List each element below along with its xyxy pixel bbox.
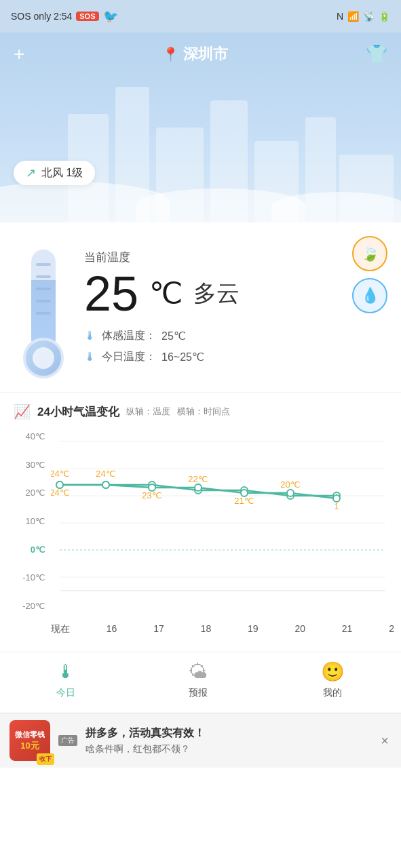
chart-header: 📈 24小时气温变化 纵轴：温度 横轴：时间点 xyxy=(0,403,401,428)
signal-icon: 📶 xyxy=(347,11,359,22)
y-label-neg20: -20℃ xyxy=(7,601,45,611)
hills-illustration xyxy=(0,182,401,222)
ad-banner: 微信零钱 10元 收下 广告 拼多多，活动真实有效！ 啥条件啊，红包都不领？ × xyxy=(0,713,401,768)
status-right: N 📶 📡 🔋 xyxy=(337,11,390,22)
ad-amount: 10元 xyxy=(20,740,39,752)
wind-direction-icon: ↗ xyxy=(26,165,36,180)
nav-item-profile[interactable]: 🙂 我的 xyxy=(321,660,345,699)
svg-text:24℃: 24℃ xyxy=(51,469,70,479)
forecast-icon: 🌤 xyxy=(189,660,208,683)
today-range-row: 🌡 今日温度： 16~25℃ xyxy=(84,350,385,364)
ad-tag: 广告 xyxy=(58,735,77,746)
thermo-bulb xyxy=(23,338,64,378)
float-icons: 🍃 💧 xyxy=(352,236,387,313)
profile-label: 我的 xyxy=(323,687,342,699)
ad-text: 拼多多，活动真实有效！ 啥条件啊，红包都不领？ xyxy=(85,726,370,755)
wifi-icon: 📡 xyxy=(363,11,375,22)
temperature-value: 25 xyxy=(84,269,138,318)
skyline-illustration xyxy=(0,87,401,222)
svg-point-17 xyxy=(195,484,202,491)
chart-section: 📈 24小时气温变化 纵轴：温度 横轴：时间点 40℃ 30℃ 20℃ 10℃ … xyxy=(0,392,401,638)
feels-like-icon: 🌡 xyxy=(84,329,96,343)
humidity-button[interactable]: 💧 xyxy=(352,278,387,313)
y-label-0: 0℃ xyxy=(7,545,45,555)
temperature-info: 当前温度 25 ℃ 多云 🌡 体感温度： 25℃ 🌡 今日温度： 16~25℃ xyxy=(84,243,385,371)
x-label-19: 19 xyxy=(248,623,259,635)
thermo-bulb-inner xyxy=(33,347,54,369)
hill-3 xyxy=(271,192,401,222)
ad-title: 拼多多，活动真实有效！ xyxy=(85,726,370,741)
svg-text:22℃: 22℃ xyxy=(188,474,208,484)
thermo-tube xyxy=(31,250,56,351)
sos-badge: SOS xyxy=(76,12,98,21)
thermo-line-5 xyxy=(36,312,51,315)
y-label-20: 20℃ xyxy=(7,488,45,498)
temperature-unit: ℃ xyxy=(149,269,183,311)
nav-item-today[interactable]: 🌡 今日 xyxy=(56,660,75,699)
ad-thumbnail: 微信零钱 10元 收下 xyxy=(9,720,50,761)
y-label-10: 10℃ xyxy=(7,516,45,526)
x-label-21: 21 xyxy=(342,623,353,635)
x-label-20: 20 xyxy=(294,623,305,635)
ad-platform-label: 微信零钱 xyxy=(15,730,45,740)
y-axis: 40℃ 30℃ 20℃ 10℃ 0℃ -10℃ -20℃ xyxy=(7,428,51,638)
thermo-line-1 xyxy=(36,263,51,266)
x-label-17: 17 xyxy=(153,623,164,635)
svg-text:23℃: 23℃ xyxy=(142,490,161,500)
ad-close-button[interactable]: × xyxy=(378,730,392,751)
svg-point-15 xyxy=(102,481,109,488)
weather-description: 多云 xyxy=(193,278,240,309)
thermo-line-2 xyxy=(36,275,51,278)
nfc-icon: N xyxy=(337,11,343,22)
feels-like-label: 体感温度： xyxy=(102,329,156,343)
x-axis-labels: 现在 16 17 18 19 20 21 2 xyxy=(51,620,394,638)
city-name: 深圳市 xyxy=(183,44,228,64)
weather-info-section: 当前温度 25 ℃ 多云 🌡 体感温度： 25℃ 🌡 今日温度： 16~25℃ … xyxy=(0,222,401,392)
bottom-nav: 🌡 今日 🌤 预报 🙂 我的 xyxy=(0,652,401,713)
thermo-line-4 xyxy=(36,300,51,302)
ad-subtitle: 啥条件啊，红包都不领？ xyxy=(85,743,370,755)
battery-icon: 🔋 xyxy=(379,11,390,22)
svg-text:21℃: 21℃ xyxy=(234,496,254,506)
status-left: SOS only 2:54 SOS 🐦 xyxy=(11,9,118,24)
thermo-line-3 xyxy=(36,288,51,290)
chart-area: 24℃ 24℃ 22℃ 20℃ 24℃ 23℃ 21℃ 1 现在 16 17 1… xyxy=(51,428,394,638)
clothing-button[interactable]: 👕 xyxy=(366,43,387,64)
thermometer xyxy=(16,250,71,378)
wind-badge: ↗ 北风 1级 xyxy=(14,161,95,185)
svg-point-19 xyxy=(287,490,294,496)
uv-index-button[interactable]: 🍃 xyxy=(352,236,387,271)
chart-x-axis-label: 横轴：时间点 xyxy=(177,406,230,418)
svg-text:20℃: 20℃ xyxy=(280,479,300,490)
today-icon: 🌡 xyxy=(56,660,75,683)
today-range-label: 今日温度： xyxy=(102,350,156,364)
forecast-label: 预报 xyxy=(189,687,208,699)
y-label-30: 30℃ xyxy=(7,460,45,470)
thermo-lines xyxy=(31,263,56,315)
temperature-row: 25 ℃ 多云 xyxy=(84,269,385,318)
chart-y-axis-label: 纵轴：温度 xyxy=(126,406,170,418)
location-label: 📍 深圳市 xyxy=(162,44,228,64)
main-content: 当前温度 25 ℃ 多云 🌡 体感温度： 25℃ 🌡 今日温度： 16~25℃ … xyxy=(0,222,401,768)
add-city-button[interactable]: + xyxy=(14,45,24,64)
status-text: SOS only 2:54 xyxy=(11,11,72,22)
today-label: 今日 xyxy=(56,687,75,699)
x-label-now: 现在 xyxy=(51,623,70,635)
y-label-40: 40℃ xyxy=(7,431,45,441)
svg-text:1: 1 xyxy=(334,501,339,511)
current-temp-label: 当前温度 xyxy=(84,250,385,265)
feels-like-row: 🌡 体感温度： 25℃ xyxy=(84,329,385,343)
header: + 📍 深圳市 👕 ↗ 北风 1级 xyxy=(0,33,401,222)
header-top: + 📍 深圳市 👕 xyxy=(14,43,387,64)
temperature-chart-svg: 24℃ 24℃ 22℃ 20℃ 24℃ 23℃ 21℃ 1 xyxy=(51,428,394,618)
chart-icon: 📈 xyxy=(14,403,31,420)
today-range-icon: 🌡 xyxy=(84,350,96,364)
status-bar: SOS only 2:54 SOS 🐦 N 📶 📡 🔋 xyxy=(0,0,401,33)
thermometer-visual xyxy=(16,250,71,378)
nav-item-forecast[interactable]: 🌤 预报 xyxy=(189,660,208,699)
bird-icon: 🐦 xyxy=(103,9,118,24)
ad-collect-label: 收下 xyxy=(37,753,54,765)
wind-label: 北风 1级 xyxy=(41,166,83,180)
chart-container: 40℃ 30℃ 20℃ 10℃ 0℃ -10℃ -20℃ xyxy=(0,428,401,638)
today-range-value: 16~25℃ xyxy=(161,351,204,363)
